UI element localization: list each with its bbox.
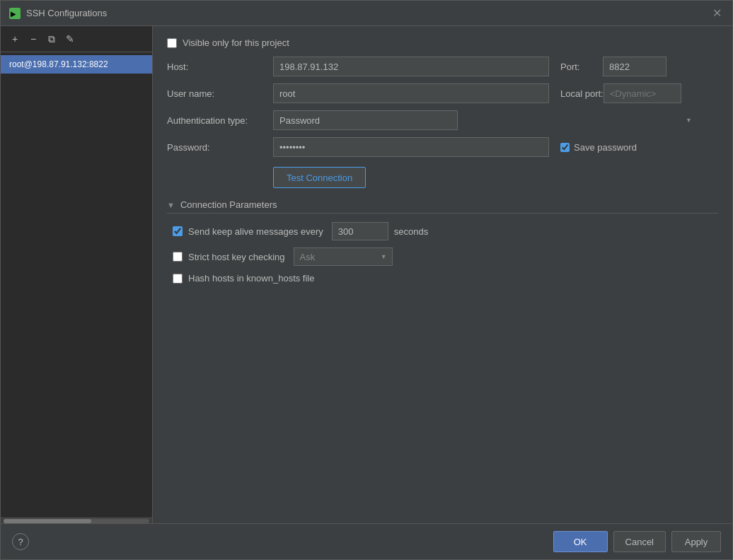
port-input[interactable] (603, 57, 666, 76)
username-row: User name: Local port: (167, 83, 718, 103)
visible-only-checkbox[interactable] (167, 38, 177, 48)
copy-config-button[interactable]: ⧉ (43, 30, 60, 47)
test-connection-button[interactable]: Test Connection (273, 167, 366, 188)
password-label: Password: (167, 142, 273, 153)
section-arrow-icon: ▼ (167, 201, 175, 209)
visible-only-label: Visible only for this project (183, 37, 289, 48)
app-icon: ▶ (9, 8, 21, 19)
strict-host-key-row: Strict host key checking Ask Yes No (173, 247, 718, 266)
keep-alive-row: Send keep alive messages every seconds (173, 222, 718, 240)
strict-host-key-label: Strict host key checking (188, 252, 285, 262)
scrollbar-track[interactable] (4, 519, 149, 523)
action-buttons: OK Cancel Apply (553, 531, 721, 552)
host-input[interactable] (273, 57, 549, 76)
svg-text:▶: ▶ (11, 10, 16, 18)
dialog-title: SSH Configurations (26, 8, 710, 18)
strict-host-key-checkbox[interactable] (173, 252, 183, 262)
auth-type-wrapper: Password Key pair OpenSSH config and aut… (273, 110, 698, 130)
edit-config-button[interactable]: ✎ (62, 30, 79, 47)
strict-host-key-select[interactable]: Ask Yes No (294, 247, 393, 266)
close-button[interactable]: ✕ (710, 6, 724, 21)
save-password-area: Save password (560, 142, 637, 153)
help-button[interactable]: ? (12, 533, 29, 550)
add-config-button[interactable]: + (6, 30, 23, 47)
username-label: User name: (167, 88, 273, 99)
hash-hosts-label: Hash hosts in known_hosts file (188, 273, 314, 284)
dialog-ssh-configurations: ▶ SSH Configurations ✕ + − ⧉ ✎ root@198.… (0, 0, 733, 560)
auth-type-row: Authentication type: Password Key pair O… (167, 110, 718, 130)
scrollbar-area (1, 518, 152, 523)
right-panel: Visible only for this project Host: Port… (153, 26, 732, 523)
local-port-label: Local port: (560, 88, 604, 99)
host-port-row: Host: Port: (167, 57, 718, 76)
save-password-checkbox[interactable] (560, 143, 570, 152)
connection-params-header: ▼ Connection Parameters (167, 199, 718, 214)
ok-button[interactable]: OK (553, 531, 608, 552)
port-label: Port: (560, 62, 603, 72)
host-label: Host: (167, 62, 273, 72)
section-title: Connection Parameters (180, 199, 277, 210)
title-bar: ▶ SSH Configurations ✕ (1, 1, 732, 26)
auth-type-label: Authentication type: (167, 115, 273, 126)
keep-alive-unit: seconds (394, 226, 428, 237)
cancel-button[interactable]: Cancel (613, 531, 666, 552)
username-input[interactable] (273, 83, 549, 103)
apply-button[interactable]: Apply (671, 531, 721, 552)
visible-only-row: Visible only for this project (167, 37, 718, 48)
bottom-bar: ? OK Cancel Apply (1, 523, 732, 559)
remove-config-button[interactable]: − (25, 30, 42, 47)
password-input[interactable] (273, 137, 549, 157)
local-port-input[interactable] (604, 83, 681, 103)
auth-type-select[interactable]: Password Key pair OpenSSH config and aut… (273, 110, 458, 130)
keep-alive-checkbox[interactable] (173, 226, 183, 236)
keep-alive-input[interactable] (332, 222, 388, 240)
keep-alive-label: Send keep alive messages every (188, 226, 323, 237)
config-item[interactable]: root@198.87.91.132:8822 (1, 55, 152, 74)
main-content: + − ⧉ ✎ root@198.87.91.132:8822 Visible … (1, 26, 732, 523)
save-password-label: Save password (574, 142, 637, 153)
password-row: Password: Save password (167, 137, 718, 157)
toolbar: + − ⧉ ✎ (1, 26, 152, 52)
strict-host-key-select-wrapper: Ask Yes No (294, 247, 393, 266)
left-panel: + − ⧉ ✎ root@198.87.91.132:8822 (1, 26, 153, 523)
scrollbar-thumb (4, 519, 91, 523)
hash-hosts-row: Hash hosts in known_hosts file (173, 273, 718, 284)
hash-hosts-checkbox[interactable] (173, 274, 183, 284)
config-list: root@198.87.91.132:8822 (1, 52, 152, 518)
